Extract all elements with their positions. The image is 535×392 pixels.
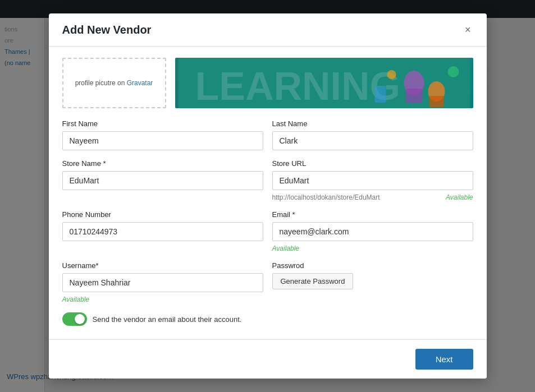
next-button[interactable]: Next (415, 349, 473, 370)
svg-point-6 (387, 70, 396, 79)
name-row: First Name Last Name (62, 119, 473, 150)
profile-area: profile picutre on Gravatar LEARNING (62, 58, 473, 108)
email-toggle-label: Send the vendor an email about their acc… (93, 315, 242, 324)
username-input[interactable] (62, 273, 263, 292)
store-name-input[interactable] (62, 171, 263, 190)
first-name-input[interactable] (62, 131, 263, 150)
password-label: Passwrod (272, 261, 473, 270)
email-status: Available (272, 245, 473, 252)
store-url-label: Store URL (272, 159, 473, 168)
banner-image: LEARNING (175, 58, 473, 108)
svg-point-7 (447, 66, 459, 77)
store-url-group: Store URL http://localhost/dokan/store/E… (272, 159, 473, 201)
last-name-input[interactable] (272, 131, 473, 150)
modal-header: Add New Vendor × (49, 13, 487, 47)
last-name-group: Last Name (272, 119, 473, 150)
modal-close-button[interactable]: × (463, 22, 473, 37)
generate-password-button[interactable]: Generate Password (272, 273, 354, 289)
email-label: Email * (272, 210, 473, 219)
toggle-thumb (75, 314, 85, 324)
avatar-upload-area[interactable]: profile picutre on Gravatar (62, 58, 166, 108)
svg-rect-3 (405, 89, 422, 103)
modal-title: Add New Vendor (62, 24, 152, 36)
email-toggle[interactable] (62, 312, 87, 326)
username-group: Username* Available (62, 261, 263, 303)
banner-svg: LEARNING (175, 58, 473, 108)
svg-rect-8 (374, 86, 386, 103)
email-toggle-row: Send the vendor an email about their acc… (62, 312, 473, 326)
svg-text:LEARNING: LEARNING (195, 64, 400, 108)
store-url-input[interactable] (272, 171, 473, 190)
username-status: Available (62, 296, 263, 303)
phone-group: Phone Number (62, 210, 263, 252)
store-name-group: Store Name * (62, 159, 263, 201)
credentials-row: Username* Available Passwrod Generate Pa… (62, 261, 473, 303)
gravatar-link[interactable]: Gravatar (127, 79, 153, 87)
modal-footer: Next (49, 339, 487, 379)
email-group: Email * Available (272, 210, 473, 252)
username-label: Username* (62, 261, 263, 270)
last-name-label: Last Name (272, 119, 473, 128)
modal-body: profile picutre on Gravatar LEARNING (49, 47, 487, 339)
store-url-status: Available (446, 193, 473, 201)
store-name-label: Store Name * (62, 159, 263, 168)
contact-row: Phone Number Email * Available (62, 210, 473, 252)
store-row: Store Name * Store URL http://localhost/… (62, 159, 473, 201)
phone-label: Phone Number (62, 210, 263, 219)
modal-overlay: Add New Vendor × profile picutre on Grav… (0, 0, 535, 392)
phone-input[interactable] (62, 222, 263, 241)
first-name-group: First Name (62, 119, 263, 150)
svg-rect-5 (429, 96, 443, 107)
add-vendor-modal: Add New Vendor × profile picutre on Grav… (49, 13, 487, 379)
email-input[interactable] (272, 222, 473, 241)
store-url-hint: http://localhost/dokan/store/EduMart (272, 193, 380, 201)
first-name-label: First Name (62, 119, 263, 128)
password-group: Passwrod Generate Password (272, 261, 473, 303)
avatar-upload-text: profile picutre on Gravatar (75, 78, 153, 88)
